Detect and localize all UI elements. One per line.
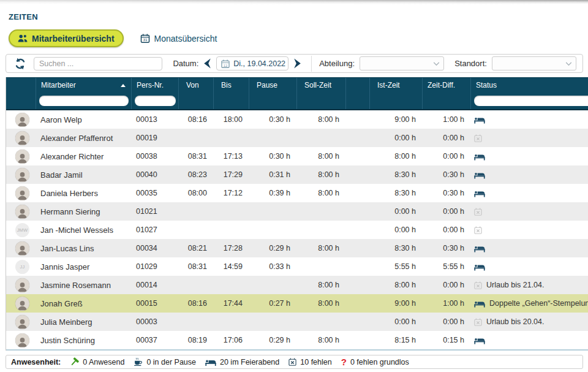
- header-ist-zeit[interactable]: Ist-Zeit: [369, 78, 422, 93]
- header-avatar: [6, 78, 36, 93]
- header-soll-zeit[interactable]: Soll-Zeit: [296, 78, 345, 93]
- tab-mitarbeiteruebersicht[interactable]: Mitarbeiterübersicht: [9, 29, 124, 47]
- table-row[interactable]: JMW Jan -Michel Wessels 01027 0:00 h 0:0…: [6, 221, 588, 239]
- status-cell: [470, 257, 588, 276]
- abteilung-select[interactable]: [360, 56, 444, 70]
- avatar: [15, 241, 29, 256]
- standort-label: Standort:: [454, 59, 487, 68]
- person-icon: [16, 243, 29, 256]
- fehlen-count: 10 fehlen: [288, 358, 331, 366]
- header-status[interactable]: Status: [470, 78, 588, 93]
- table-row[interactable]: Alexander Richter 00038 08:31 17:13 0:30…: [6, 147, 588, 165]
- table-row[interactable]: Jonah Greß 00015 08:16 17:44 0:27 h 8:00…: [6, 294, 588, 313]
- tab-bar: Mitarbeiterübersicht Monatsübersicht: [9, 29, 588, 47]
- time-difference: 0:30 h: [422, 239, 470, 257]
- anwesenheit-label: Anwesenheit:: [11, 358, 61, 366]
- date-picker[interactable]: Di., 19.04.2022: [216, 56, 288, 70]
- employee-name: Daniela Herbers: [36, 184, 131, 202]
- person-icon: [16, 317, 29, 329]
- personnel-number: 00015: [131, 294, 178, 313]
- fehlen-grundlos-count: ? 0 fehlen grundlos: [341, 357, 409, 366]
- personnel-number: 01027: [131, 221, 178, 239]
- employee-name: Jan -Michel Wessels: [36, 221, 131, 239]
- table-row[interactable]: Aaron Welp 00013 08:16 18:00 0:30 h 8:00…: [6, 110, 588, 129]
- time-to: [213, 129, 249, 147]
- pause-time: 0:39 h: [249, 184, 296, 202]
- standort-select[interactable]: [492, 56, 576, 70]
- pause-time: [249, 276, 296, 294]
- status-text: Doppelte „Gehen“-Stempelung.: [489, 299, 588, 308]
- pause-time: [249, 221, 296, 239]
- abteilung-label: Abteilung:: [319, 59, 355, 68]
- tab-label: Mitarbeiterübersicht: [32, 34, 115, 44]
- calendar-x-icon: [474, 134, 482, 142]
- header-zeit-diff[interactable]: Zeit-Diff.: [422, 78, 470, 93]
- table-row[interactable]: Julia Meinberg 00003 0:00 h 0:00 h Urlau…: [6, 313, 588, 331]
- status-cell: [470, 147, 588, 165]
- bed-icon: [474, 116, 485, 124]
- calendar-x-icon: [474, 281, 482, 289]
- personnel-number: 00038: [131, 147, 178, 165]
- person-icon: [16, 280, 29, 292]
- target-time: 8:00 h: [296, 276, 345, 294]
- time-difference: 1:00 h: [422, 110, 470, 129]
- feierabend-count: 20 im Feierabend: [205, 358, 279, 366]
- pause-time: 0:27 h: [249, 294, 296, 313]
- target-time: [296, 129, 345, 147]
- time-difference: 0:00 h: [422, 221, 470, 239]
- time-to: 18:00: [213, 110, 249, 129]
- time-difference: 0:00 h: [422, 202, 470, 221]
- pause-time: 0:33 h: [249, 257, 296, 276]
- table-row[interactable]: Jan-Lucas Lins 00034 08:21 17:28 0:29 h …: [6, 239, 588, 257]
- table-row[interactable]: Jasmine Rosemann 00014 8:00 h 8:00 h 0:0…: [6, 276, 588, 294]
- target-time: [296, 202, 345, 221]
- actual-time: 8:00 h: [369, 276, 422, 294]
- search-input[interactable]: [34, 57, 162, 70]
- avatar-initials: JMW: [17, 227, 28, 233]
- avatar: [15, 297, 29, 311]
- calendar-icon: [140, 34, 150, 43]
- table-row[interactable]: Badar Jamil 00040 08:23 17:29 0:31 h 8:0…: [6, 165, 588, 184]
- pause-time: [249, 313, 296, 331]
- table-row[interactable]: Alexander Pfaffenrot 00019 0:00 h 0:00 h: [6, 129, 588, 147]
- actual-time: 9:00 h: [369, 110, 422, 129]
- table-row[interactable]: JJ Jannis Jasper 01029 08:31 14:59 0:33 …: [6, 257, 588, 276]
- time-difference: 5:55 h: [422, 257, 470, 276]
- time-from: 08:23: [178, 165, 213, 184]
- table-row[interactable]: Daniela Herbers 00035 08:00 17:12 0:39 h…: [6, 184, 588, 202]
- employee-name: Jan-Lucas Lins: [36, 239, 131, 257]
- employee-name: Aaron Welp: [36, 110, 131, 129]
- time-from: 08:16: [178, 294, 213, 313]
- time-from: 08:31: [178, 257, 213, 276]
- avatar: [15, 315, 29, 329]
- header-pers-nr[interactable]: Pers-Nr.: [131, 78, 178, 93]
- time-difference: 0:30 h: [422, 184, 470, 202]
- refresh-icon[interactable]: [13, 58, 27, 70]
- status-filter-input[interactable]: [474, 96, 588, 106]
- personnel-number: 00003: [131, 313, 178, 331]
- actual-time: 0:00 h: [369, 129, 422, 147]
- header-von[interactable]: Von: [178, 78, 213, 93]
- time-to: 17:06: [213, 331, 249, 349]
- bed-icon: [474, 263, 485, 271]
- filter-row: [6, 93, 588, 109]
- actual-time: 8:00 h: [369, 147, 422, 165]
- time-difference: 0:30 h: [422, 165, 470, 184]
- bed-icon: [205, 359, 216, 366]
- previous-day-arrow-icon[interactable]: [203, 58, 211, 69]
- actual-time: 5:55 h: [369, 257, 422, 276]
- time-difference: 0:00 h: [422, 129, 470, 147]
- table-row[interactable]: Justin Schüring 00037 08:19 17:06 0:29 h…: [6, 331, 588, 349]
- header-bis[interactable]: Bis: [213, 78, 249, 93]
- time-to: 17:12: [213, 184, 249, 202]
- pers-nr-filter-input[interactable]: [135, 96, 176, 106]
- person-icon: [16, 133, 29, 145]
- mitarbeiter-filter-input[interactable]: [39, 96, 129, 106]
- toolbar: Datum: Di., 19.04.2022 Abteilung: Stando…: [6, 54, 583, 73]
- header-mitarbeiter[interactable]: Mitarbeiter: [36, 78, 131, 93]
- header-pause[interactable]: Pause: [249, 78, 296, 93]
- table-row[interactable]: Hermann Siering 01021 0:00 h 0:00 h: [6, 202, 588, 221]
- avatar-initials: JJ: [20, 264, 25, 270]
- next-day-arrow-icon[interactable]: [293, 58, 301, 69]
- tab-monatsuebersicht[interactable]: Monatsübersicht: [132, 29, 225, 47]
